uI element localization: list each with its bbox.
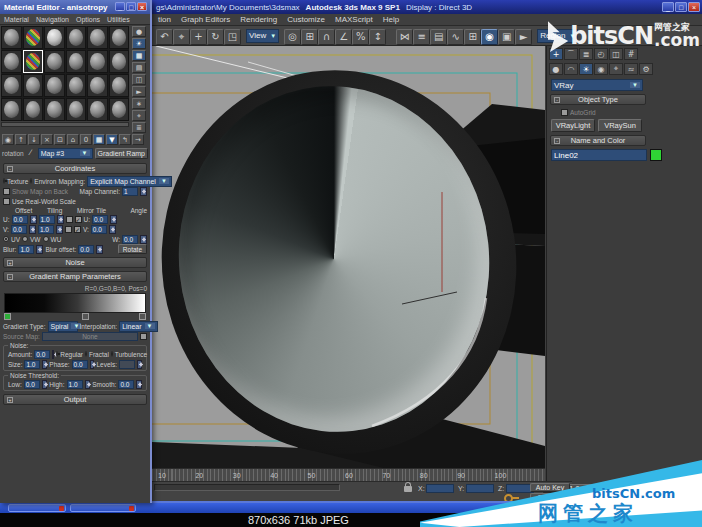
menu-maxscript[interactable]: MAXScript bbox=[335, 15, 373, 24]
go-forward-sibling-icon[interactable]: → bbox=[132, 134, 144, 145]
restore-button[interactable]: □ bbox=[126, 2, 136, 11]
u-mirror-checkbox[interactable] bbox=[66, 216, 73, 223]
noise-levels-field[interactable] bbox=[119, 360, 135, 369]
layer-manager-icon[interactable]: ▤ bbox=[430, 29, 447, 45]
menu-customize[interactable]: Customize bbox=[287, 15, 325, 24]
gradient-type-dropdown[interactable]: Spiral▼ bbox=[48, 321, 78, 332]
gradient-ramp-parameters-rollout[interactable]: - Gradient Ramp Parameters bbox=[3, 271, 147, 282]
sample-slot[interactable] bbox=[23, 26, 44, 49]
spinner[interactable] bbox=[57, 215, 64, 224]
select-and-rotate-icon[interactable]: ↻ bbox=[207, 29, 224, 45]
background-icon[interactable]: ▦ bbox=[132, 50, 146, 61]
show-map-in-viewport-icon[interactable]: ▦ bbox=[93, 134, 105, 145]
interpolation-dropdown[interactable]: Linear▼ bbox=[119, 321, 157, 332]
sample-slot[interactable] bbox=[44, 74, 65, 97]
spinner[interactable] bbox=[96, 245, 103, 254]
put-to-library-icon[interactable]: ⌂ bbox=[67, 134, 79, 145]
select-and-scale-icon[interactable]: ◳ bbox=[224, 29, 241, 45]
go-to-parent-icon[interactable]: ↰ bbox=[119, 134, 131, 145]
u-tiling-field[interactable]: 1.0 bbox=[39, 215, 55, 224]
taskbar-item[interactable] bbox=[8, 504, 66, 512]
percent-snap-icon[interactable]: % bbox=[352, 29, 369, 45]
schematic-view-icon[interactable]: ⊞ bbox=[464, 29, 481, 45]
spinner[interactable] bbox=[140, 235, 147, 244]
output-rollout[interactable]: + Output bbox=[3, 394, 147, 405]
blur-offset-field[interactable]: 0.0 bbox=[78, 245, 94, 254]
spinner[interactable] bbox=[36, 245, 43, 254]
sample-slot[interactable] bbox=[66, 74, 87, 97]
material-type-button[interactable]: Gradient Ramp bbox=[95, 148, 148, 159]
sample-type-icon[interactable]: ● bbox=[132, 26, 146, 37]
threshold-high-field[interactable]: 1.0 bbox=[67, 380, 83, 389]
pick-material-eyedropper-icon[interactable]: ∕ bbox=[26, 148, 36, 159]
select-and-move-icon[interactable]: + bbox=[190, 29, 207, 45]
spinner[interactable] bbox=[85, 380, 91, 389]
gradient-flag-selected[interactable] bbox=[4, 313, 11, 320]
reference-coordinate-dropdown[interactable]: View▼ bbox=[246, 29, 279, 43]
sample-slot[interactable] bbox=[1, 98, 22, 121]
object-type-rollout[interactable]: - Object Type bbox=[550, 94, 646, 105]
fractal-radio[interactable] bbox=[85, 351, 87, 357]
texture-radio[interactable] bbox=[3, 178, 5, 184]
menu-tion[interactable]: tion bbox=[158, 15, 171, 24]
spinner[interactable] bbox=[30, 215, 37, 224]
select-object-icon[interactable]: ⌖ bbox=[173, 29, 190, 45]
u-tile-checkbox[interactable]: ✓ bbox=[75, 216, 82, 223]
curve-editor-icon[interactable]: ∿ bbox=[447, 29, 464, 45]
material-id-channel-icon[interactable]: 0 bbox=[80, 134, 92, 145]
spinner[interactable] bbox=[136, 380, 142, 389]
menu-help[interactable]: Help bbox=[383, 15, 399, 24]
taskbar-item[interactable] bbox=[70, 504, 136, 512]
material-name-dropdown[interactable]: Map #3▼ bbox=[38, 148, 93, 159]
coordinates-rollout[interactable]: - Coordinates bbox=[3, 163, 147, 174]
environ-radio[interactable] bbox=[30, 178, 32, 184]
get-material-icon[interactable]: ◉ bbox=[2, 134, 14, 145]
spinner[interactable] bbox=[90, 360, 95, 369]
sample-slot[interactable] bbox=[44, 98, 65, 121]
close-button[interactable]: × bbox=[688, 2, 700, 12]
menu-graph-editors[interactable]: Graph Editors bbox=[181, 15, 230, 24]
material-map-navigator-icon[interactable]: ≣ bbox=[132, 122, 146, 133]
v-mirror-checkbox[interactable] bbox=[65, 226, 72, 233]
category-helpers-icon[interactable]: ⌖ bbox=[609, 63, 623, 75]
minimize-button[interactable]: _ bbox=[662, 2, 674, 12]
sample-slot[interactable] bbox=[44, 26, 65, 49]
name-color-rollout[interactable]: - Name and Color bbox=[550, 135, 646, 146]
close-button[interactable]: × bbox=[137, 2, 147, 11]
source-map-button[interactable]: None bbox=[42, 332, 138, 341]
v-offset-field[interactable]: 0.0 bbox=[11, 225, 27, 234]
show-map-back-checkbox[interactable] bbox=[3, 188, 10, 195]
maximize-button[interactable]: □ bbox=[675, 2, 687, 12]
make-unique-icon[interactable]: ⊡ bbox=[54, 134, 66, 145]
blur-field[interactable]: 1.0 bbox=[18, 245, 34, 254]
vraysun-button[interactable]: VRaySun bbox=[598, 119, 642, 132]
u-angle-field[interactable]: 0.0 bbox=[92, 215, 108, 224]
assign-material-selection-icon[interactable]: ↓ bbox=[28, 134, 40, 145]
mirror-icon[interactable]: ⋈ bbox=[396, 29, 413, 45]
selection-lock-icon[interactable] bbox=[404, 486, 412, 492]
sample-slot[interactable] bbox=[66, 26, 87, 49]
close-icon[interactable] bbox=[59, 506, 64, 511]
light-category-dropdown[interactable]: VRay▼ bbox=[551, 79, 643, 91]
render-setup-icon[interactable]: ▣ bbox=[498, 29, 515, 45]
noise-rollout[interactable]: + Noise bbox=[3, 257, 147, 268]
me-menu-material[interactable]: Material bbox=[4, 16, 29, 23]
material-editor-icon[interactable]: ◉ bbox=[481, 29, 498, 45]
show-end-result-icon[interactable]: ▼ bbox=[106, 134, 118, 145]
category-geometry-icon[interactable]: ● bbox=[549, 63, 563, 75]
gradient-ramp-bar[interactable] bbox=[4, 293, 146, 313]
sample-slot[interactable] bbox=[87, 74, 108, 97]
spinner[interactable] bbox=[140, 187, 147, 196]
sample-slot[interactable] bbox=[109, 98, 130, 121]
menu-rendering[interactable]: Rendering bbox=[240, 15, 277, 24]
sample-slot[interactable] bbox=[23, 74, 44, 97]
spinner[interactable] bbox=[29, 225, 36, 234]
spinner[interactable] bbox=[137, 360, 142, 369]
undo-icon[interactable]: ↶ bbox=[156, 29, 173, 45]
wu-radio[interactable] bbox=[43, 236, 49, 242]
sample-slot[interactable] bbox=[1, 50, 22, 73]
spinner[interactable] bbox=[42, 380, 48, 389]
rotate-button[interactable]: Rotate bbox=[118, 244, 147, 254]
minimize-button[interactable]: _ bbox=[115, 2, 125, 11]
sample-slot[interactable] bbox=[23, 98, 44, 121]
